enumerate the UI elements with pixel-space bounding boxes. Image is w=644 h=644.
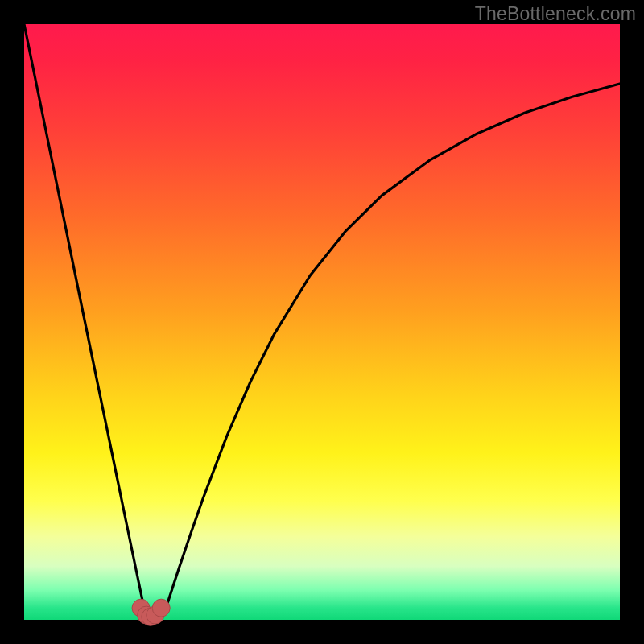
chart-svg (24, 24, 620, 620)
bottleneck-curve (24, 24, 620, 617)
chart-frame: TheBottleneck.com (0, 0, 644, 644)
watermark-text: TheBottleneck.com (475, 3, 636, 25)
valley-markers (132, 599, 170, 625)
plot-area (24, 24, 620, 620)
valley-marker (152, 599, 170, 617)
